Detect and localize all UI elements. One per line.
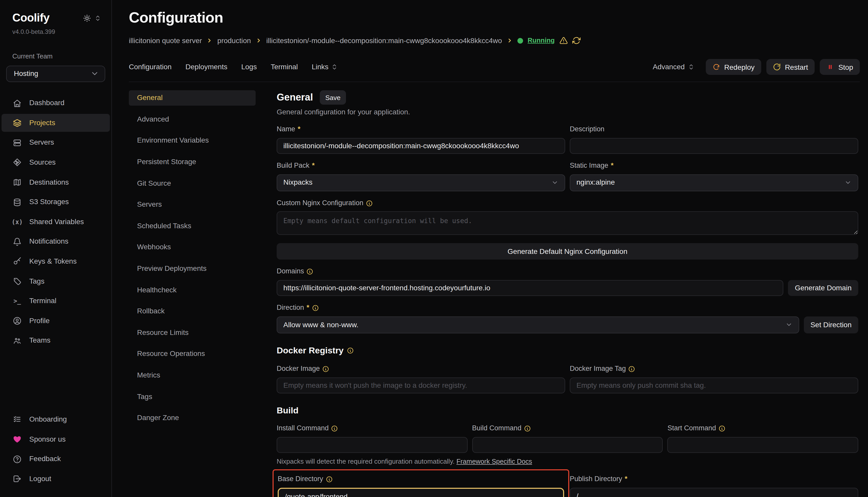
config-nav-resource-operations[interactable]: Resource Operations: [129, 346, 256, 361]
custom-nginx-field: Custom Nginx Configuration: [277, 198, 858, 238]
info-icon[interactable]: [331, 425, 338, 432]
info-icon[interactable]: [326, 476, 332, 483]
config-nav-scheduled-tasks[interactable]: Scheduled Tasks: [129, 218, 256, 233]
status-running-link[interactable]: Running: [528, 36, 555, 45]
sidebar-item-feedback[interactable]: Feedback: [2, 450, 110, 468]
stop-button[interactable]: Stop: [820, 59, 860, 75]
build-command-input[interactable]: [472, 437, 663, 453]
config-nav-webhooks[interactable]: Webhooks: [129, 240, 256, 255]
sidebar-item-projects[interactable]: Projects: [2, 114, 110, 132]
sidebar-item-logout[interactable]: Logout: [2, 470, 110, 488]
sidebar-item-sources[interactable]: Sources: [2, 153, 110, 172]
build-pack-label: Build Pack*: [277, 161, 565, 171]
info-icon[interactable]: [312, 305, 318, 311]
sidebar-item-keys-tokens[interactable]: Keys & Tokens: [2, 252, 110, 271]
status-dot: [518, 38, 523, 44]
sidebar-item-destinations[interactable]: Destinations: [2, 173, 110, 191]
custom-nginx-label: Custom Nginx Configuration: [277, 198, 858, 208]
generate-nginx-button[interactable]: Generate Default Nginx Configuration: [277, 243, 858, 259]
refresh-status-icon[interactable]: [572, 37, 580, 45]
config-nav-persistent-storage[interactable]: Persistent Storage: [129, 154, 256, 170]
generate-domain-button[interactable]: Generate Domain: [788, 280, 858, 296]
save-button[interactable]: Save: [320, 90, 346, 105]
advanced-dropdown[interactable]: Advanced: [653, 62, 694, 72]
bell-icon: [12, 237, 22, 246]
redeploy-icon: [713, 63, 720, 71]
warning-icon[interactable]: [559, 37, 567, 45]
team-select[interactable]: Hosting: [6, 66, 105, 82]
domains-field: Domains Generate Domain: [277, 267, 858, 296]
config-nav-preview-deployments[interactable]: Preview Deployments: [129, 261, 256, 276]
set-direction-button[interactable]: Set Direction: [804, 316, 858, 333]
coolify-logo[interactable]: Coolify: [12, 10, 50, 26]
info-icon[interactable]: [366, 200, 373, 207]
sidebar-item-teams[interactable]: Teams: [2, 331, 110, 350]
info-icon[interactable]: [629, 366, 635, 372]
sidebar-item-dashboard[interactable]: Dashboard: [2, 94, 110, 112]
base-directory-input[interactable]: [278, 488, 564, 497]
config-nav-rollback[interactable]: Rollback: [129, 304, 256, 319]
sidebar-item-label: S3 Storages: [29, 197, 69, 207]
base-directory-highlight: Base Directory: [273, 470, 569, 497]
redeploy-button[interactable]: Redeploy: [706, 59, 761, 75]
sidebar-item-profile[interactable]: Profile: [2, 312, 110, 330]
config-nav-general[interactable]: General: [129, 90, 256, 105]
tab-logs[interactable]: Logs: [241, 62, 257, 72]
build-pack-select[interactable]: Nixpacks: [277, 174, 565, 191]
config-nav-metrics[interactable]: Metrics: [129, 368, 256, 383]
description-input[interactable]: [570, 138, 858, 154]
name-input[interactable]: [277, 138, 565, 154]
breadcrumb-item[interactable]: illicitonion quote server: [129, 36, 202, 46]
config-nav-tags[interactable]: Tags: [129, 389, 256, 404]
info-icon[interactable]: [322, 366, 329, 372]
config-nav-advanced[interactable]: Advanced: [129, 112, 256, 127]
sidebar-item-label: Dashboard: [29, 98, 65, 108]
info-icon[interactable]: [307, 268, 313, 275]
sidebar-item-tags[interactable]: Tags: [2, 272, 110, 290]
sidebar-item-terminal[interactable]: >_Terminal: [2, 292, 110, 310]
start-command-input[interactable]: [667, 437, 858, 453]
custom-nginx-textarea[interactable]: [277, 212, 858, 235]
theme-sun-icon[interactable]: [83, 14, 91, 22]
tab-terminal[interactable]: Terminal: [271, 62, 298, 72]
config-nav-servers[interactable]: Servers: [129, 197, 256, 212]
domains-label: Domains: [277, 267, 858, 276]
config-nav-resource-limits[interactable]: Resource Limits: [129, 325, 256, 340]
tab-links[interactable]: Links: [312, 62, 338, 72]
config-nav-git-source[interactable]: Git Source: [129, 176, 256, 191]
sidebar-item-shared-variables[interactable]: (x)Shared Variables: [2, 213, 110, 231]
docker-image-tag-input[interactable]: [570, 377, 858, 393]
config-nav-environment-variables[interactable]: Environment Variables: [129, 133, 256, 148]
publish-directory-input[interactable]: [570, 488, 858, 497]
key-icon: [12, 257, 22, 266]
restart-button[interactable]: Restart: [766, 59, 815, 75]
domains-input[interactable]: [277, 280, 784, 296]
sidebar-item-label: Terminal: [29, 296, 56, 306]
breadcrumb-item[interactable]: production: [217, 36, 251, 46]
info-icon[interactable]: [347, 347, 354, 354]
breadcrumb-item[interactable]: illicitestonion/-module--decomposition:m…: [266, 36, 502, 46]
sidebar-item-s3-storages[interactable]: S3 Storages: [2, 193, 110, 211]
users-icon: [12, 336, 22, 345]
info-icon[interactable]: [524, 425, 531, 432]
install-command-input[interactable]: [277, 437, 467, 453]
static-image-select[interactable]: nginx:alpine: [570, 174, 858, 191]
version-chevrons-icon[interactable]: [94, 15, 101, 22]
sidebar-item-sponsor-us[interactable]: Sponsor us: [2, 430, 110, 448]
sidebar-nav: DashboardProjectsServersSourcesDestinati…: [0, 93, 111, 351]
docker-image-input[interactable]: [277, 377, 565, 393]
tab-deployments[interactable]: Deployments: [185, 62, 228, 72]
framework-docs-link[interactable]: Framework Specific Docs: [456, 457, 532, 465]
sidebar-item-onboarding[interactable]: Onboarding: [2, 410, 110, 428]
main: Configuration illicitonion quote serverp…: [112, 0, 868, 497]
team-select-value: Hosting: [14, 69, 38, 79]
sidebar-item-servers[interactable]: Servers: [2, 133, 110, 152]
sidebar-item-label: Sources: [29, 157, 56, 168]
tag-icon: [12, 277, 22, 286]
direction-select[interactable]: Allow www & non-www.: [277, 316, 799, 333]
tab-configuration[interactable]: Configuration: [129, 62, 172, 72]
config-nav-healthcheck[interactable]: Healthcheck: [129, 282, 256, 297]
sidebar-item-notifications[interactable]: Notifications: [2, 232, 110, 251]
info-icon[interactable]: [719, 425, 725, 432]
config-nav-danger-zone[interactable]: Danger Zone: [129, 410, 256, 425]
